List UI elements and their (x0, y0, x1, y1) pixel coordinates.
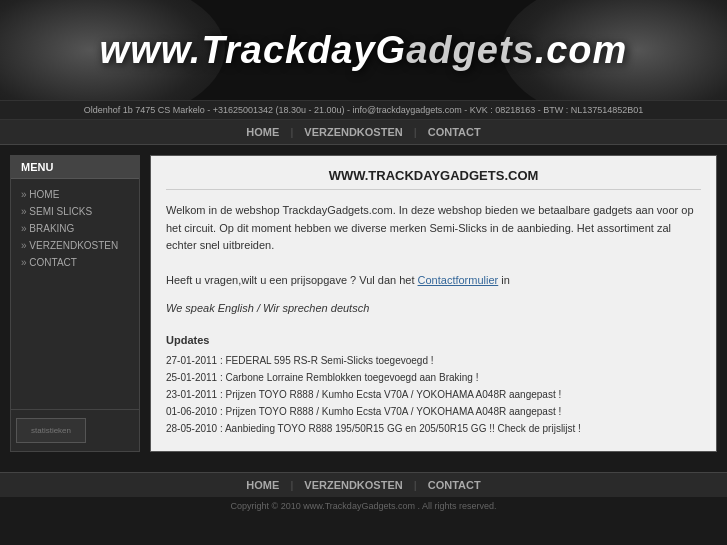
top-nav-verzendkosten[interactable]: VERZENDKOSTEN (304, 126, 402, 138)
sidebar: MENU HOME SEMI SLICKS BRAKING VERZENDKOS… (10, 155, 140, 452)
bottom-nav-contact[interactable]: CONTACT (428, 479, 481, 491)
header-banner: www.TrackdayGadgets.com (0, 0, 727, 100)
sidebar-item-home[interactable]: HOME (16, 187, 134, 202)
bottom-nav-home[interactable]: HOME (246, 479, 279, 491)
top-nav-sep2: | (414, 126, 417, 138)
sidebar-item-contact[interactable]: CONTACT (16, 255, 134, 270)
info-bar: Oldenhof 1b 7475 CS Markelo - +316250013… (0, 100, 727, 120)
update-item-1: 27-01-2011 : FEDERAL 595 RS-R Semi-Slick… (166, 354, 701, 368)
top-nav-home[interactable]: HOME (246, 126, 279, 138)
sidebar-menu-items: HOME SEMI SLICKS BRAKING VERZENDKOSTEN C… (11, 179, 139, 409)
sidebar-item-semislicks[interactable]: SEMI SLICKS (16, 204, 134, 219)
updates-section: Updates 27-01-2011 : FEDERAL 595 RS-R Se… (166, 334, 701, 436)
copyright: Copyright © 2010 www.TrackdayGadgets.com… (0, 497, 727, 519)
bottom-nav-sep1: | (290, 479, 293, 491)
speak-text: We speak English / Wir sprechen deutsch (166, 302, 701, 314)
update-item-3: 23-01-2011 : Prijzen TOYO R888 / Kumho E… (166, 388, 701, 402)
top-nav-sep1: | (290, 126, 293, 138)
intro-paragraph-1: Welkom in de webshop TrackdayGadgets.com… (166, 202, 701, 255)
content-intro: Welkom in de webshop TrackdayGadgets.com… (166, 202, 701, 290)
copyright-text: Copyright © 2010 www.TrackdayGadgets.com… (231, 501, 497, 511)
main-content: MENU HOME SEMI SLICKS BRAKING VERZENDKOS… (0, 145, 727, 462)
updates-title: Updates (166, 334, 701, 346)
top-nav-contact[interactable]: CONTACT (428, 126, 481, 138)
stats-label: statistieken (31, 426, 71, 435)
content-area: WWW.TRACKDAYGADGETS.COM Welkom in de web… (150, 155, 717, 452)
page-wrapper: www.TrackdayGadgets.com Oldenhof 1b 7475… (0, 0, 727, 545)
info-text: Oldenhof 1b 7475 CS Markelo - +316250013… (84, 105, 644, 115)
sidebar-stats: statistieken (11, 409, 139, 451)
intro-paragraph-2: Heeft u vragen,wilt u een prijsopgave ? … (166, 272, 701, 290)
update-item-5: 28-05-2010 : Aanbieding TOYO R888 195/50… (166, 422, 701, 436)
sidebar-item-verzendkosten[interactable]: VERZENDKOSTEN (16, 238, 134, 253)
site-title: www.TrackdayGadgets.com (100, 29, 628, 72)
intro-post-text: in (498, 274, 510, 286)
bottom-nav: HOME | VERZENDKOSTEN | CONTACT (0, 472, 727, 497)
update-item-2: 25-01-2011 : Carbone Lorraine Remblokken… (166, 371, 701, 385)
bottom-nav-verzendkosten[interactable]: VERZENDKOSTEN (304, 479, 402, 491)
sidebar-item-braking[interactable]: BRAKING (16, 221, 134, 236)
sidebar-menu-header: MENU (11, 156, 139, 179)
bottom-nav-sep2: | (414, 479, 417, 491)
update-item-4: 01-06-2010 : Prijzen TOYO R888 / Kumho E… (166, 405, 701, 419)
intro-pre-text: Heeft u vragen,wilt u een prijsopgave ? … (166, 274, 418, 286)
stats-badge: statistieken (16, 418, 86, 443)
top-nav: HOME | VERZENDKOSTEN | CONTACT (0, 120, 727, 145)
contact-form-link[interactable]: Contactformulier (418, 274, 499, 286)
content-title: WWW.TRACKDAYGADGETS.COM (166, 168, 701, 190)
